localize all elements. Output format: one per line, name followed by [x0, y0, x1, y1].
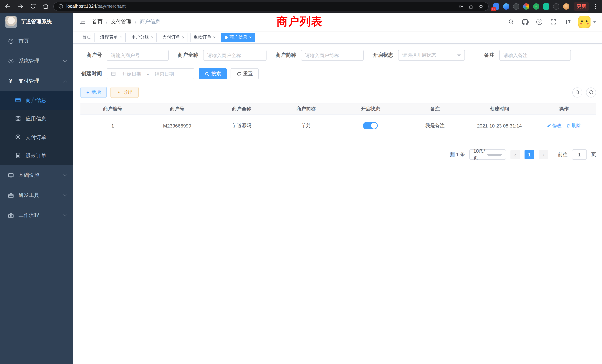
site-info-icon[interactable]: [58, 4, 63, 9]
tab-home[interactable]: 首页: [79, 32, 95, 42]
reset-button[interactable]: 重置: [231, 68, 259, 79]
sidebar-item-payment[interactable]: ¥ 支付管理: [0, 71, 73, 91]
add-button[interactable]: + 新增: [80, 87, 107, 98]
refresh-icon[interactable]: [586, 87, 596, 97]
sidebar-item-merchant-info[interactable]: 商户信息: [0, 91, 73, 110]
extension-drop-icon[interactable]: [503, 3, 509, 10]
password-key-icon[interactable]: [458, 3, 464, 9]
chevron-down-icon: [63, 59, 67, 63]
search-icon[interactable]: [508, 19, 515, 25]
sidebar-item-pay-order[interactable]: 支付订单: [0, 128, 73, 147]
edit-link[interactable]: 修改: [547, 122, 562, 129]
remark-input[interactable]: [499, 50, 571, 61]
sidebar-item-label: 支付订单: [26, 134, 46, 141]
extension-blue-icon[interactable]: 10: [493, 3, 499, 10]
merchant-no-input[interactable]: [107, 50, 169, 61]
sidebar-item-workflow[interactable]: 工作流程: [0, 205, 73, 225]
browser-nav-buttons: [4, 3, 49, 10]
field-label: 创建时间: [80, 70, 102, 77]
close-icon[interactable]: ×: [151, 35, 153, 40]
delete-link[interactable]: 删除: [566, 122, 581, 129]
fullscreen-icon[interactable]: [550, 19, 557, 25]
sidebar-item-dev-tools[interactable]: 研发工具: [0, 185, 73, 205]
close-icon[interactable]: ×: [249, 35, 252, 40]
forward-icon[interactable]: [17, 3, 24, 10]
close-icon[interactable]: ×: [120, 35, 122, 40]
merchant-table: 商户编号 商户号 商户全称 商户简称 开启状态 备注 创建时间 操作 1 M23…: [80, 103, 596, 137]
sidebar-item-label: 工作流程: [19, 212, 39, 219]
tab-label: 流程表单: [100, 34, 118, 40]
tab-user-group[interactable]: 用户分组 ×: [128, 32, 157, 42]
browser-menu-icon[interactable]: [593, 4, 598, 9]
gear-icon: [7, 58, 14, 64]
close-icon[interactable]: ×: [182, 35, 185, 40]
sidebar-item-refund-order[interactable]: 退款订单: [0, 147, 73, 165]
merchant-short-name-input[interactable]: [301, 50, 364, 61]
extension-dark-icon[interactable]: [513, 3, 519, 10]
home-icon[interactable]: [42, 3, 49, 10]
tab-refund-order[interactable]: 退款订单 ×: [190, 32, 219, 42]
date-end-input[interactable]: [151, 71, 178, 77]
share-icon[interactable]: [468, 3, 474, 9]
user-avatar[interactable]: [578, 16, 596, 28]
breadcrumb-separator: /: [135, 19, 136, 25]
tab-pay-order[interactable]: 支付订单 ×: [159, 32, 188, 42]
tab-merchant-info[interactable]: 商户信息 ×: [221, 32, 255, 42]
credit-card-icon: [15, 97, 21, 104]
cell-status: [338, 122, 403, 129]
merchant-full-name-input[interactable]: [203, 50, 267, 61]
select-placeholder: 请选择开启状态: [402, 52, 457, 59]
document-icon: [15, 152, 21, 160]
back-icon[interactable]: [4, 3, 11, 10]
extension-profile-icon[interactable]: [563, 3, 569, 10]
extension-pinwheel-icon[interactable]: [553, 3, 559, 10]
breadcrumb: 首页 / 支付管理 / 商户信息: [92, 19, 161, 25]
github-icon[interactable]: [522, 19, 529, 25]
breadcrumb-payment[interactable]: 支付管理: [111, 19, 132, 25]
date-start-input[interactable]: [118, 71, 145, 77]
tab-label: 退款订单: [194, 34, 211, 40]
help-icon[interactable]: ?: [536, 19, 543, 25]
page-size-select[interactable]: 10条/页: [469, 149, 506, 160]
sidebar-item-infrastructure[interactable]: 基础设施: [0, 165, 73, 185]
app-logo[interactable]: 芋道管理系统: [0, 13, 73, 31]
col-header: 创建时间: [467, 106, 532, 112]
search-button-label: 搜索: [211, 70, 221, 77]
chevron-down-icon: [486, 154, 503, 156]
sidebar-item-home[interactable]: 首页: [0, 31, 73, 51]
delete-label: 删除: [572, 122, 581, 129]
export-button[interactable]: 导出: [110, 87, 139, 98]
tab-process-form[interactable]: 流程表单 ×: [97, 32, 126, 42]
date-range-picker[interactable]: -: [107, 68, 194, 79]
status-toggle[interactable]: [363, 122, 378, 129]
extension-green-square-icon[interactable]: [543, 3, 549, 10]
url-bar[interactable]: localhost:1024/pay/merchant: [53, 2, 489, 11]
field-label: 开启状态: [372, 52, 393, 59]
tab-label: 用户分组: [131, 34, 149, 40]
close-icon[interactable]: ×: [213, 35, 216, 40]
extension-colorful-icon[interactable]: [523, 3, 529, 10]
sidebar-item-label: 系统管理: [19, 58, 39, 64]
prev-page-button[interactable]: ‹: [510, 150, 520, 159]
font-size-icon[interactable]: TT: [564, 19, 571, 25]
col-header: 商户号: [145, 106, 209, 112]
sidebar-item-app-info[interactable]: 应用信息: [0, 110, 73, 128]
next-page-button[interactable]: ›: [539, 150, 548, 159]
goto-page-input[interactable]: [572, 149, 587, 160]
url-host: localhost:1024: [66, 4, 96, 9]
page-number-1[interactable]: 1: [525, 150, 534, 159]
browser-update-button[interactable]: 更新: [574, 2, 589, 11]
reload-icon[interactable]: [30, 3, 36, 10]
extension-green-check-icon[interactable]: ✓: [533, 3, 539, 10]
sidebar-fold-icon[interactable]: [79, 18, 86, 26]
logo-avatar: [5, 16, 17, 28]
dashboard-icon: [7, 38, 14, 44]
breadcrumb-home[interactable]: 首页: [92, 19, 103, 25]
bookmark-star-icon[interactable]: [478, 3, 484, 9]
cell-actions: 修改 删除: [532, 122, 596, 129]
sidebar-item-system[interactable]: 系统管理: [0, 51, 73, 71]
search-button[interactable]: 搜索: [199, 68, 227, 79]
toggle-search-icon[interactable]: [572, 87, 582, 97]
status-select[interactable]: 请选择开启状态: [398, 50, 465, 61]
chevron-down-icon: [457, 54, 461, 56]
